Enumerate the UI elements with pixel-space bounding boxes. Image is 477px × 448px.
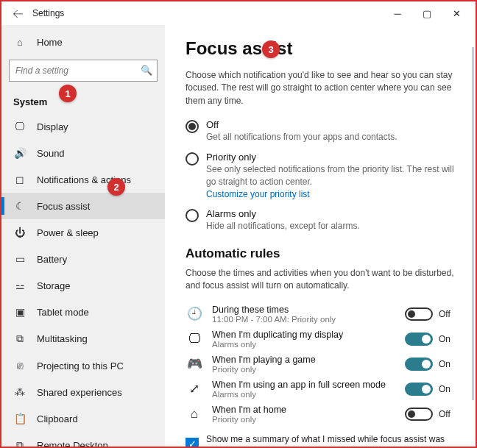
minimize-button[interactable]: ─ [383,1,412,25]
radio-off-input[interactable] [186,120,199,133]
scrollbar[interactable] [472,47,474,400]
page-description: Choose which notification you'd like to … [186,69,455,107]
summary-checkbox-row[interactable]: ✓ Show me a summary of what I missed whi… [186,434,455,448]
search-input-wrap[interactable]: 🔍 [9,60,158,82]
toggle-game[interactable] [405,358,433,371]
display-icon: 🖵 [13,121,26,132]
nav-battery[interactable]: ▭Battery [1,246,165,272]
clipboard-icon: 📋 [13,413,26,424]
home-icon: ⌂ [13,37,26,48]
home-label: Home [37,37,63,48]
close-button[interactable]: ✕ [442,1,471,25]
toggle-home[interactable] [405,408,433,421]
radio-alarms-input[interactable] [186,209,199,222]
nav-notifications[interactable]: ◻Notifications & actions [1,166,165,193]
main-panel: Focus assist Choose which notification y… [165,25,476,448]
rules-list: 🕘 During these times11:00 PM - 7:00 AM: … [186,305,455,424]
summary-checkbox[interactable]: ✓ [186,438,199,448]
app-title: Settings [32,8,64,18]
rules-heading: Automatic rules [186,246,455,261]
maximize-button[interactable]: ▢ [412,1,442,25]
rule-times[interactable]: 🕘 During these times11:00 PM - 7:00 AM: … [186,305,455,324]
callout-1: 1 [59,85,77,102]
toggle-fullscreen[interactable] [405,383,433,396]
monitor-icon: 🖵 [186,330,203,348]
nav-remote-desktop[interactable]: ⧉Remote Desktop [1,432,165,448]
nav-focus-assist[interactable]: ☾Focus assist [1,193,165,219]
battery-icon: ▭ [13,253,26,265]
toggle-duplicate[interactable] [405,333,433,346]
sound-icon: 🔊 [13,147,26,159]
remote-icon: ⧉ [13,439,26,448]
nav-sound[interactable]: 🔊Sound [1,140,165,166]
search-input[interactable] [10,60,157,81]
rule-fullscreen[interactable]: ⤢ When I'm using an app in full screen m… [186,380,455,399]
customize-priority-link[interactable]: Customize your priority list [206,189,455,199]
rule-duplicate-display[interactable]: 🖵 When I'm duplicating my displayAlarms … [186,330,455,349]
shared-icon: ⁂ [13,386,26,398]
rule-game[interactable]: 🎮 When I'm playing a gamePriority only O… [186,355,455,374]
nav-tablet-mode[interactable]: ▣Tablet mode [1,299,165,325]
game-icon: 🎮 [186,355,203,373]
nav-storage[interactable]: ⚍Storage [1,272,165,299]
radio-priority[interactable]: Priority only See only selected notifica… [186,152,455,199]
sidebar: ⌂ Home 🔍 System 🖵Display 🔊Sound ◻Notific… [1,25,165,448]
tablet-icon: ▣ [13,306,26,318]
storage-icon: ⚍ [13,280,26,291]
sidebar-home[interactable]: ⌂ Home [1,31,165,54]
fullscreen-icon: ⤢ [186,380,203,398]
nav-list: 🖵Display 🔊Sound ◻Notifications & actions… [1,113,165,448]
clock-icon: 🕘 [186,305,203,323]
page-title: Focus assist [186,38,455,59]
notifications-icon: ◻ [13,174,26,185]
nav-display[interactable]: 🖵Display [1,113,165,140]
house-icon: ⌂ [186,405,203,423]
nav-multitasking[interactable]: ⧉Multitasking [1,325,165,352]
nav-projecting[interactable]: ⎚Projecting to this PC [1,352,165,379]
rule-home[interactable]: ⌂ When I'm at homePriority only Off [186,405,455,424]
radio-priority-input[interactable] [186,152,199,166]
multitasking-icon: ⧉ [13,333,26,345]
radio-alarms[interactable]: Alarms only Hide all notifications, exce… [186,208,455,232]
toggle-times[interactable] [405,307,433,321]
callout-2: 2 [107,178,125,196]
radio-off[interactable]: Off Get all notifications from your apps… [186,119,455,143]
nav-shared[interactable]: ⁂Shared experiences [1,379,165,405]
nav-clipboard[interactable]: 📋Clipboard [1,405,165,432]
focus-level-group: Off Get all notifications from your apps… [186,119,455,232]
focus-assist-icon: ☾ [13,200,26,212]
callout-3: 3 [262,40,280,58]
nav-power-sleep[interactable]: ⏻Power & sleep [1,219,165,246]
power-icon: ⏻ [13,227,26,238]
search-icon: 🔍 [141,65,152,76]
section-label: System [1,89,165,113]
back-button[interactable]: 🡠 [6,1,29,25]
title-bar: 🡠 Settings ─ ▢ ✕ [1,1,476,25]
rules-description: Choose the times and activities when you… [186,267,455,293]
projecting-icon: ⎚ [13,360,26,371]
